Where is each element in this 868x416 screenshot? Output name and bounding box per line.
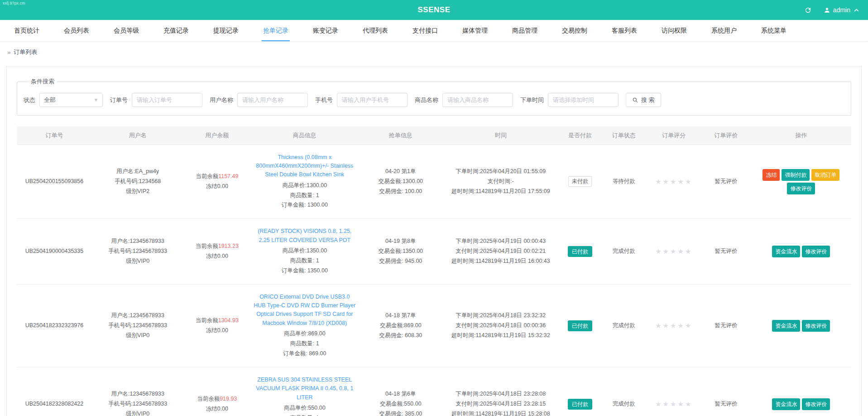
- product-link[interactable]: ORICO External DVD Drive USB3.0 HUB Type…: [253, 293, 356, 328]
- edit-review-button[interactable]: 修改评价: [802, 320, 830, 332]
- balance-prefix: 当前余额: [196, 173, 218, 179]
- user-cell: 用户名:12345678933 手机号码:12345678933 级别VIP0: [92, 219, 184, 284]
- header-actions: admin: [804, 0, 860, 20]
- chevron-up-icon: [853, 7, 860, 14]
- tab-trade-control[interactable]: 交易控制: [550, 20, 599, 41]
- search-filter-box: 条件搜索 状态 全部 ▼ 订单号 用户名称 手机号: [17, 77, 851, 116]
- tab-agent-list[interactable]: 代理列表: [350, 20, 400, 41]
- grab-amount: 交易金额:1350.00: [362, 247, 440, 256]
- balance-prefix: 当前余额: [196, 317, 218, 324]
- fund-flow-button[interactable]: 资金流水: [772, 320, 800, 332]
- tab-balance-change-records[interactable]: 账变记录: [301, 20, 350, 41]
- breadcrumb: » 订单列表: [0, 42, 868, 62]
- review-cell: 暂无评价: [701, 219, 751, 284]
- time-cell: 下单时间:2025年04月18日 23:28:08 支付时间:2025年04月1…: [442, 367, 559, 416]
- review-cell: 暂无评价: [701, 367, 751, 416]
- actions-cell: 资金流水修改评价: [751, 219, 851, 284]
- balance-prefix: 当前余额: [196, 243, 218, 249]
- refresh-button[interactable]: [804, 6, 812, 14]
- tab-member-level[interactable]: 会员等级: [101, 20, 151, 41]
- order-no-cell: UB2504200155093856: [17, 145, 92, 219]
- edit-review-button[interactable]: 修改评价: [802, 398, 830, 410]
- paid-cell: 已付款: [559, 284, 601, 367]
- fund-flow-button[interactable]: 资金流水: [772, 246, 800, 257]
- order-no-input[interactable]: [132, 93, 202, 107]
- time-cell: 下单时间:2025年04月20日 01:55:09 支付时间:- 超时时间:11…: [442, 145, 559, 219]
- paid-cell: 已付款: [559, 367, 601, 416]
- tab-system-users[interactable]: 系统用户: [699, 20, 749, 41]
- tab-grab-order-records[interactable]: 抢单记录: [251, 20, 301, 41]
- refresh-icon: [804, 6, 812, 14]
- force-pay-button[interactable]: 强制付款: [782, 169, 810, 181]
- balance-amount: 1913.23: [218, 243, 239, 249]
- phone-filter-group: 手机号: [315, 93, 408, 107]
- order-time: 下单时间:2025年04月18日 23:32:32: [445, 311, 556, 321]
- phone-input[interactable]: [337, 93, 408, 107]
- user-name-input[interactable]: [237, 93, 308, 107]
- user-cell: 用户名:12345678933 手机号码:12345678933 级别VIP0: [92, 284, 184, 367]
- product-name-input[interactable]: [442, 93, 513, 107]
- tab-system-menu[interactable]: 系统菜单: [749, 20, 799, 41]
- actions-cell: 冻结强制付款取消订单修改评价: [751, 145, 851, 219]
- search-button[interactable]: 搜 索: [626, 93, 661, 107]
- status-select[interactable]: 全部 ▼: [39, 93, 103, 107]
- edit-review-button[interactable]: 修改评价: [802, 246, 830, 257]
- actions-cell: 资金流水修改评价: [751, 284, 851, 367]
- user-name-line: 用户名:12345678933: [95, 389, 181, 399]
- paid-status-badge: 已付款: [568, 246, 592, 257]
- order-amount: 订单金额: 1300.00: [253, 200, 356, 210]
- col-grab-info: 抢单信息: [359, 126, 442, 145]
- product-cell: (READY STOCK) VISIONS 0.8, 1.25, 2.25 LI…: [250, 219, 359, 284]
- grab-seq: 04-19 第8单: [362, 237, 440, 247]
- product-qty: 商品数量: 1: [253, 256, 356, 266]
- balance-amount: 919.93: [220, 396, 237, 402]
- user-menu[interactable]: admin: [824, 6, 860, 14]
- balance-prefix: 当前余额: [197, 396, 220, 402]
- product-link[interactable]: ZEBRA SUS 304 STAINLESS STEEL VACUUM FLA…: [253, 376, 356, 402]
- timeout-time: 超时时间:1142819年11月20日 17:55:09: [445, 187, 556, 197]
- search-row: 状态 全部 ▼ 订单号 用户名称 手机号 商品名称: [24, 93, 844, 107]
- pay-time: 支付时间:2025年04月18日 23:28:15: [445, 399, 556, 409]
- rating-cell: ★★★★★: [647, 145, 701, 219]
- col-time: 时间: [442, 126, 559, 145]
- freeze-button[interactable]: 冻结: [762, 169, 780, 181]
- frozen-amount: 冻结0.00: [187, 182, 248, 192]
- fund-flow-button[interactable]: 资金流水: [772, 398, 800, 410]
- order-no-label: 订单号: [110, 96, 128, 104]
- tab-service-list[interactable]: 客服列表: [599, 20, 649, 41]
- star-rating: ★★★★★: [655, 247, 692, 255]
- tab-member-list[interactable]: 会员列表: [52, 20, 101, 41]
- product-qty: 商品数量: 1: [253, 191, 356, 201]
- order-time: 下单时间:2025年04月20日 01:55:09: [445, 167, 556, 177]
- paid-status-badge: 已付款: [568, 320, 592, 331]
- product-link[interactable]: Thickness (0.08mm x 800mmX460mmX200mm)+/…: [253, 153, 356, 179]
- product-qty: 商品数量: 1: [253, 413, 356, 416]
- product-cell: ORICO External DVD Drive USB3.0 HUB Type…: [250, 284, 359, 367]
- grab-info-cell: 04-19 第8单 交易金额:1350.00 交易佣金: 945.00: [359, 219, 442, 284]
- user-phone-line: 手机号码:1234568: [95, 177, 181, 187]
- breadcrumb-label: 订单列表: [14, 48, 37, 56]
- timeout-time: 超时时间:1142819年11月19日 15:32:32: [445, 331, 556, 341]
- tab-media-management[interactable]: 媒体管理: [450, 20, 500, 41]
- product-price: 商品单价:1300.00: [253, 181, 356, 191]
- frozen-amount: 冻结0.00: [187, 404, 248, 414]
- app-header: xxlj.97px.cm SSENSE admin: [0, 0, 868, 20]
- table-row: UB2504200155093856 用户名:EA_pw4y 手机号码:1234…: [17, 145, 851, 219]
- tab-home-stats[interactable]: 首页统计: [2, 20, 52, 41]
- cancel-order-button[interactable]: 取消订单: [811, 169, 839, 181]
- tab-recharge-records[interactable]: 充值记录: [151, 20, 201, 41]
- order-time-input[interactable]: [548, 93, 619, 107]
- order-time-label: 下单时间: [520, 96, 544, 104]
- tab-payment-api[interactable]: 支付接口: [400, 20, 450, 41]
- main-nav: 首页统计 会员列表 会员等级 充值记录 提现记录 抢单记录 账变记录 代理列表 …: [0, 20, 868, 42]
- watermark-text: xxlj.97px.cm: [3, 1, 25, 5]
- tab-withdraw-records[interactable]: 提现记录: [201, 20, 251, 41]
- tab-access-rights[interactable]: 访问权限: [649, 20, 699, 41]
- tab-product-management[interactable]: 商品管理: [500, 20, 550, 41]
- orders-table: 订单号 用户名 用户余额 商品信息 抢单信息 时间 是否付款 订单状态 订单评分…: [17, 126, 851, 416]
- paid-cell: 未付款: [559, 145, 601, 219]
- user-level-line: 级别VIP0: [95, 256, 181, 266]
- edit-review-button[interactable]: 修改评价: [787, 183, 815, 194]
- review-cell: 暂无评价: [701, 284, 751, 367]
- product-link[interactable]: (READY STOCK) VISIONS 0.8, 1.25, 2.25 LI…: [253, 227, 356, 245]
